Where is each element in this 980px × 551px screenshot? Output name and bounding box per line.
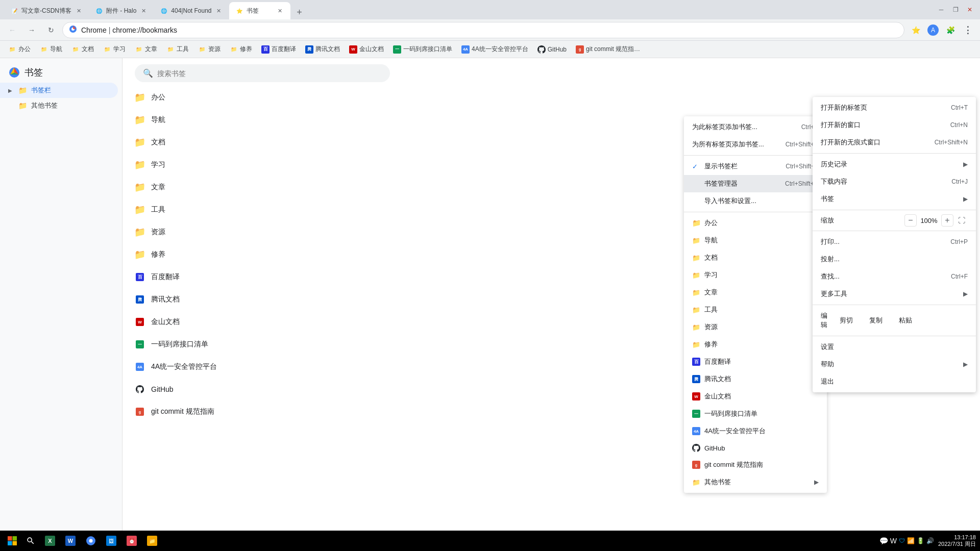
start-button[interactable]: [4, 533, 20, 549]
title-bar: 📝 写文章-CSDN博客 ✕ 🌐 附件 - Halo ✕ 🌐 404|Not F…: [0, 0, 980, 19]
bookmark-this-button[interactable]: ⭐: [908, 22, 924, 38]
menu-item-incognito[interactable]: 打开新的无痕式窗口 Ctrl+Shift+N: [813, 134, 976, 151]
bookmarks-bar-item-xiuyang[interactable]: 📁 修养: [226, 43, 256, 56]
extensions-button[interactable]: 🧩: [942, 22, 959, 38]
new-tab-button[interactable]: +: [292, 5, 307, 19]
wifi-icon[interactable]: 📶: [907, 537, 915, 544]
dropdown-item-manager[interactable]: 书签管理器 Ctrl+Shift+O: [684, 175, 827, 192]
search-input[interactable]: [157, 69, 382, 78]
menu-item-exit[interactable]: 退出: [813, 373, 976, 390]
bookmarks-bar-item-baidu[interactable]: 百 百度翻译: [257, 43, 300, 56]
tab-3-close[interactable]: ✕: [215, 7, 223, 15]
bookmarks-bar-item-daohang[interactable]: 📁 导航: [36, 43, 66, 56]
taskbar-app-word[interactable]: W: [61, 532, 80, 550]
restore-button[interactable]: ❐: [949, 4, 962, 16]
menu-item-help[interactable]: 帮助 ▶: [813, 356, 976, 373]
dropdown-folder-daohang[interactable]: 📁 导航 ▶: [684, 232, 827, 249]
dropdown-folder-ziyuan[interactable]: 📁 资源 ▶: [684, 318, 827, 336]
zoom-in-button[interactable]: +: [941, 214, 953, 227]
menu-item-more-tools[interactable]: 更多工具 ▶: [813, 285, 976, 303]
forward-button[interactable]: →: [23, 22, 40, 38]
copy-button[interactable]: 复制: [861, 313, 891, 328]
bookmarks-bar-item-tencent[interactable]: 腾 腾讯文档: [301, 43, 344, 56]
dropdown-item-add-bookmark[interactable]: 为此标签页添加书签... Ctrl+D: [684, 118, 827, 136]
zoom-out-button[interactable]: −: [904, 214, 917, 227]
menu-item-new-window[interactable]: 打开新的窗口 Ctrl+N: [813, 116, 976, 134]
folder-icon: 📁: [230, 45, 238, 54]
minimize-button[interactable]: ─: [935, 4, 947, 16]
toolbar: ← → ↻ Chrome | chrome://bookmarks ⭐: [0, 19, 980, 41]
menu-item-print[interactable]: 打印... Ctrl+P: [813, 233, 976, 251]
taskbar-app-files[interactable]: 📁: [143, 532, 161, 550]
dropdown-link-baidu[interactable]: 百 百度翻译: [684, 353, 827, 370]
dropdown-link-tencent[interactable]: 腾 腾讯文档: [684, 370, 827, 388]
bookmarks-bar-item-gongju[interactable]: 📁 工具: [162, 43, 193, 56]
tab-2[interactable]: 🌐 附件 - Halo ✕: [89, 2, 154, 19]
bookmarks-bar-item-bangong[interactable]: 📁 办公: [4, 43, 35, 56]
dropdown-link-github[interactable]: GitHub: [684, 440, 827, 456]
dropdown-link-jinshan[interactable]: W 金山文档: [684, 388, 827, 405]
bookmarks-bar-item-ziyuan[interactable]: 📁 资源: [194, 43, 225, 56]
taskbar-search-button[interactable]: [22, 533, 39, 549]
battery-icon[interactable]: 🔋: [917, 537, 924, 544]
dropdown-folder-other[interactable]: 📁 其他书签 ▶: [684, 473, 827, 491]
sidebar-item-other-bookmarks[interactable]: 📁 其他书签: [0, 98, 118, 113]
wps-tray-icon[interactable]: W: [890, 537, 897, 545]
dropdown-item-add-all-bookmarks[interactable]: 为所有标签页添加书签... Ctrl+Shift+D: [684, 136, 827, 153]
dropdown-folder-gongju[interactable]: 📁 工具 ▶: [684, 301, 827, 318]
menu-item-cast[interactable]: 投射...: [813, 251, 976, 268]
back-button[interactable]: ←: [4, 22, 20, 38]
close-button[interactable]: ✕: [964, 4, 976, 16]
bookmarks-bar-item-yima[interactable]: 一 一码到席接口清单: [389, 43, 456, 56]
taskbar-app-excel[interactable]: X: [41, 532, 59, 550]
sidebar-item-bookmarks-bar[interactable]: ▶ 📁 书签栏: [0, 83, 118, 98]
menu-item-find[interactable]: 查找... Ctrl+F: [813, 268, 976, 285]
dropdown-link-gitcommit[interactable]: g git commit 规范指南: [684, 456, 827, 473]
zoom-value: 100%: [919, 217, 939, 224]
cut-button[interactable]: 剪切: [831, 313, 861, 328]
dropdown-link-4a[interactable]: 4A 4A统一安全管控平台: [684, 422, 827, 440]
dropdown-folder-wendang[interactable]: 📁 文档 ▶: [684, 249, 827, 266]
folder-icon: 📁: [692, 237, 700, 244]
wechat-icon[interactable]: 💬: [879, 537, 888, 545]
bookmarks-bar-item-4a[interactable]: 4A 4A统一安全管控平台: [457, 43, 532, 56]
dropdown-folder-xiuyang[interactable]: 📁 修养 ▶: [684, 336, 827, 353]
dropdown-folder-wenzhang[interactable]: 📁 文章 ▶: [684, 284, 827, 301]
profile-button[interactable]: A: [925, 22, 941, 38]
tab-3[interactable]: 🌐 404|Not Found ✕: [154, 2, 229, 19]
address-bar[interactable]: Chrome | chrome://bookmarks: [62, 22, 904, 38]
menu-item-new-tab[interactable]: 打开新的标签页 Ctrl+T: [813, 99, 976, 116]
bookmarks-bar-item-xuexi[interactable]: 📁 学习: [99, 43, 130, 56]
bookmarks-bar-item-github[interactable]: GitHub: [533, 43, 571, 56]
refresh-button[interactable]: ↻: [43, 22, 59, 38]
taskbar-app-clock[interactable]: ⏰: [122, 532, 141, 550]
bookmarks-bar-item-jinshan[interactable]: W 金山文档: [345, 43, 388, 56]
taskbar-app-chrome[interactable]: [82, 532, 100, 550]
taskbar-clock[interactable]: 13:17:18 2022/7/31 周日: [938, 534, 976, 548]
menu-item-history[interactable]: 历史记录 ▶: [813, 156, 976, 173]
dropdown-folder-bangong[interactable]: 📁 办公 ▶: [684, 214, 827, 232]
tab-1-close[interactable]: ✕: [75, 7, 83, 15]
search-input-wrap[interactable]: 🔍: [135, 64, 390, 82]
menu-item-bookmarks[interactable]: 书签 ▶: [813, 190, 976, 208]
bookmarks-bar-item-wendang[interactable]: 📁 文档: [67, 43, 98, 56]
tab-2-close[interactable]: ✕: [139, 7, 148, 15]
taskbar-app-photos[interactable]: 🖼: [102, 532, 120, 550]
bookmarks-bar-item-wenzhang[interactable]: 📁 文章: [131, 43, 161, 56]
speaker-icon[interactable]: 🔊: [926, 537, 934, 544]
tab-1[interactable]: 📝 写文章-CSDN博客 ✕: [4, 2, 89, 19]
dropdown-item-import[interactable]: 导入书签和设置...: [684, 192, 827, 210]
antivirus-icon[interactable]: 🛡: [899, 537, 905, 544]
paste-button[interactable]: 粘贴: [891, 313, 920, 328]
zoom-fullscreen-button[interactable]: ⛶: [955, 214, 968, 227]
dropdown-folder-xuexi[interactable]: 📁 学习 ▶: [684, 266, 827, 284]
dropdown-link-yima[interactable]: 一 一码到席接口清单: [684, 405, 827, 422]
menu-item-settings[interactable]: 设置: [813, 338, 976, 356]
tab-4[interactable]: ⭐ 书签 ✕: [229, 2, 290, 19]
menu-item-downloads[interactable]: 下载内容 Ctrl+J: [813, 173, 976, 190]
tab-4-close[interactable]: ✕: [276, 7, 284, 15]
list-item[interactable]: g git commit 规范指南 ⋮: [131, 400, 972, 423]
menu-button[interactable]: ⋮: [960, 22, 976, 38]
dropdown-item-show-bar[interactable]: ✓ 显示书签栏 Ctrl+Shift+B: [684, 158, 827, 175]
bookmarks-bar-item-gitcommit[interactable]: g git commit 规范指…: [572, 43, 644, 56]
